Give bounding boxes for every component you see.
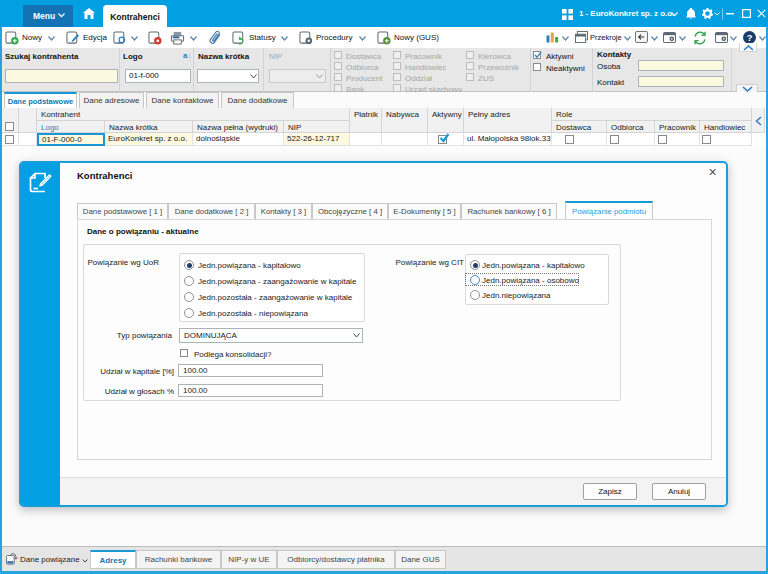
svg-text:?: ? <box>747 33 753 43</box>
